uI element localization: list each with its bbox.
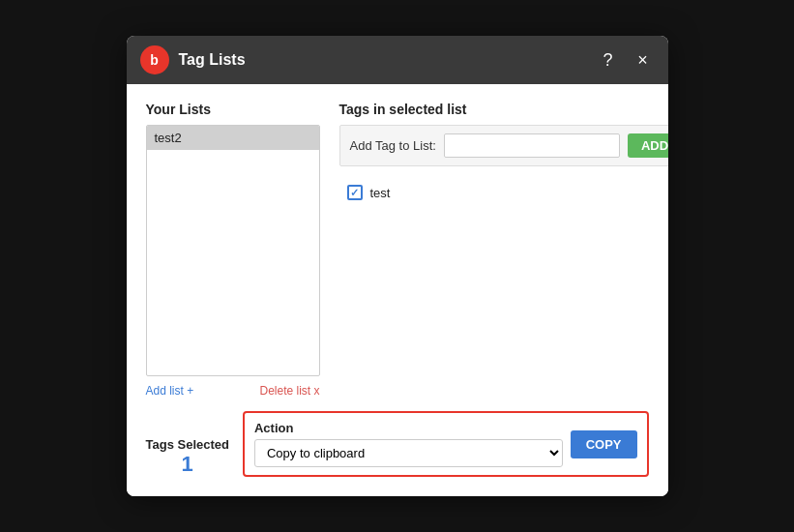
tag-checkbox[interactable] (347, 185, 363, 200)
tag-lists-dialog: b Tag Lists ? × Your Lists test2 Add lis… (127, 36, 668, 496)
your-lists-box[interactable]: test2 (146, 125, 320, 376)
action-label: Action (254, 421, 563, 435)
add-list-link[interactable]: Add list + (146, 384, 194, 398)
tags-column: Tags in selected list Add Tag to List: A… (339, 102, 668, 398)
tags-section-title: Tags in selected list (339, 102, 668, 117)
dialog-header: b Tag Lists ? × (127, 36, 668, 84)
bottom-row: Tags Selected 1 Action Copy to clipboard… (146, 411, 649, 477)
add-tag-label: Add Tag to List: (350, 138, 436, 153)
add-tag-row: Add Tag to List: ADD (339, 125, 668, 166)
add-tag-input[interactable] (444, 133, 620, 158)
app-logo: b (140, 45, 169, 74)
dialog-columns: Your Lists test2 Add list + Delete list … (146, 102, 649, 398)
header-icons: ? × (597, 48, 655, 72)
your-lists-column: Your Lists test2 Add list + Delete list … (146, 102, 320, 398)
action-inner: Action Copy to clipboard (254, 421, 563, 467)
list-actions: Add list + Delete list x (146, 384, 320, 398)
dialog-body: Your Lists test2 Add list + Delete list … (127, 84, 668, 496)
action-box: Action Copy to clipboard COPY (243, 411, 649, 477)
your-lists-title: Your Lists (146, 102, 320, 117)
tag-label: test (370, 186, 391, 200)
tags-selected-label: Tags Selected (146, 437, 229, 452)
tags-selected-box: Tags Selected 1 (146, 437, 229, 477)
action-select[interactable]: Copy to clipboard (254, 439, 563, 467)
action-select-row: Copy to clipboard (254, 439, 563, 467)
copy-button[interactable]: COPY (571, 430, 637, 458)
delete-list-link[interactable]: Delete list x (259, 384, 319, 398)
tags-list: test (339, 176, 668, 369)
add-tag-button[interactable]: ADD (628, 133, 668, 158)
help-button[interactable]: ? (597, 48, 620, 72)
tags-selected-count: 1 (146, 452, 229, 477)
tag-item: test (339, 180, 668, 205)
dialog-title: Tag Lists (179, 51, 587, 69)
list-item[interactable]: test2 (147, 126, 319, 150)
close-button[interactable]: × (632, 48, 655, 72)
